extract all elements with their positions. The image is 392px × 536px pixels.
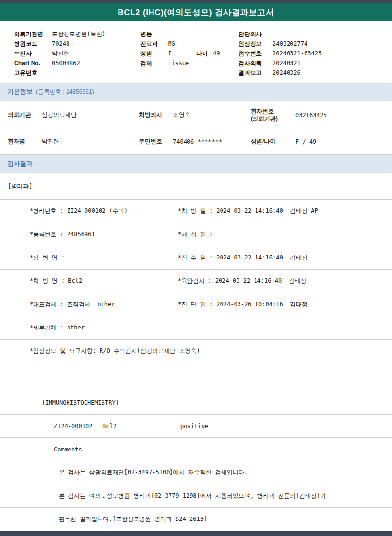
value-prescribing-doctor: 조영숙 [173,111,251,119]
label-referring-org: 의뢰기관 [8,111,42,119]
field-chart-no: Chart No. 05004862 [14,58,140,68]
comment-line: 본 검사는 여의도성모병원 병리과[02-3779-1298]에서 시행되었으며… [0,484,392,508]
detail-right: *채 취 일 : [178,230,213,239]
detail-row-diagnosis-name: *상 병 명 : - *접 수 일 : 2024-03-22 14:16:40 … [0,246,392,270]
detail-left: *대표검체 : 조직검체 other [30,300,178,309]
comment-text: 본 검사는 여의도성모병원 병리과[02-3779-1298]에서 시행되었으며… [59,492,326,500]
field-label: 담당의사 [239,29,273,39]
field-label: Chart No. [14,58,52,68]
field-referring-org-name: 의뢰기관명 포항성모병원(보험) [14,29,140,39]
field-label: 병원코드 [14,39,52,49]
top-strip [0,0,392,3]
field-value: 박진련 [52,49,69,58]
field-label: 병동 [140,29,168,39]
detail-row-registration-no: *등록번호 : 24856961 *채 취 일 : [0,223,392,246]
field-report-date: 결과보고 20240326 [239,68,388,78]
field-label-age: 나이 [196,49,208,58]
label-sex-age: 성별/나이 [251,138,295,145]
comments-header-row: Comments [0,438,392,461]
section-header-results: 검사결과 [0,155,392,173]
patient-header-right: 담당의사 임상정보 2403202774 접수번호 20240321-63425… [239,29,388,83]
detail-left: *상 병 명 : - [30,254,178,262]
detail-left: *병리번호 : ZI24-000102 (수탁) [30,207,178,215]
comments-label: Comments [54,446,82,453]
label-patient-no: 환자번호 (의뢰기관) [251,108,295,122]
value-patient-no: 032163425 [295,112,392,119]
section-title: 기본정보 [7,87,33,96]
comment-text: 본 검사는 삼광의료재단[02-3497-5100]에서 재수탁한 검체입니다. [59,468,248,477]
field-clinical-info: 임상정보 2403202774 [239,39,388,49]
field-value: 포항성모병원(보험) [52,29,105,39]
detail-row-clinical-request: *임상정보 및 요구사항: R/O 수탁검사(삼광의료재단-조영숙) [0,340,392,363]
field-department: 진료과 MG [140,39,239,49]
field-value: 70248 [52,39,69,49]
detail-right: *접 수 일 : 2024-03-22 14:16:40 김태정 [178,254,307,262]
field-patient: 수진자 박진련 [14,49,140,58]
detail-row-pathology-no: *병리번호 : ZI24-000102 (수탁) *처 방 일 : 2024-0… [0,200,392,223]
field-value: 2403202774 [273,39,307,49]
ihc-section-row: [IMMUNOHISTOCHEMISTRY] [0,391,392,415]
title-bar: BCL2 (IHC)(여의도성모) 검사결과보고서 [0,3,392,21]
spacer-row [0,363,392,391]
field-value: 20240321 [273,58,301,68]
department-row: [병리과] [0,173,392,200]
ihc-section-label: [IMMUNOHISTOCHEMISTRY] [42,399,119,406]
label-resident-no: 주민번호 [139,138,173,145]
section-subtitle: (등록번호 : 24856961) [36,88,94,96]
detail-row-sub-specimen: *세부검체 : other [0,316,392,340]
label-prescribing-doctor: 처방의사 [139,111,173,119]
field-request-date: 검사의뢰 20240321 [239,58,388,68]
field-sex-age: 성별 F 나이 49 [140,49,239,58]
detail-row-order-name: *처 방 명 : Bcl2 *육안검사 : 2024-03-22 14:16:4… [0,270,392,293]
field-label: 의뢰기관명 [14,29,52,39]
ihc-specimen-no: ZI24-000102 [54,423,102,430]
ihc-test-name: Bcl2 [102,423,180,430]
field-value-sex: F [168,49,196,58]
bottom-strip [0,531,392,536]
basic-info-row: 환자명 박진련 주민번호 740406-******* 성별/나이 F / 49 [0,129,392,155]
field-label: 검사의뢰 [239,58,273,68]
detail-right: *육안검사 : 2024-03-22 14:16:40 김태정 [178,277,307,285]
report-page: BCL2 (IHC)(여의도성모) 검사결과보고서 의뢰기관명 포항성모병원(보… [0,0,392,536]
field-specimen: 검체 Tissue [140,58,239,68]
field-doctor-in-charge: 담당의사 [239,29,388,39]
patient-header: 의뢰기관명 포항성모병원(보험) 병원코드 70248 수진자 박진련 Char… [0,21,392,83]
field-value: 20240326 [273,68,301,78]
department-label: [병리과] [8,182,32,190]
field-value-age: 49 [213,49,220,58]
value-sex-age: F / 49 [295,138,392,145]
comment-text: 판독한 결과입니다.[포항성모병원 병리과 S24-2613] [59,515,207,523]
report-title: BCL2 (IHC)(여의도성모) 검사결과보고서 [118,7,274,18]
field-value: - [52,68,55,78]
detail-left: *세부검체 : other [30,324,178,332]
ihc-result-value: positive [180,423,208,430]
field-value: 05004862 [52,58,80,68]
basic-info-row: 의뢰기관 삼광의료재단 처방의사 조영숙 환자번호 (의뢰기관) 0321634… [0,101,392,129]
field-value: 20240321-63425 [273,49,322,58]
detail-row-main-specimen: *대표검체 : 조직검체 other *진 단 일 : 2024-03-26 1… [0,293,392,316]
value-patient-name: 박진련 [42,138,139,146]
patient-header-left: 의뢰기관명 포항성모병원(보험) 병원코드 70248 수진자 박진련 Char… [14,29,140,83]
ihc-result-row: ZI24-000102 Bcl2 positive [0,415,392,438]
field-label: 수진자 [14,49,52,58]
field-unique-no: 고유번호 - [14,68,140,78]
field-label: 결과보고 [239,68,273,78]
field-label: 접수번호 [239,49,273,58]
field-receipt-no: 접수번호 20240321-63425 [239,49,388,58]
value-resident-no: 740406-******* [173,138,251,145]
patient-header-middle: 병동 진료과 MG 성별 F 나이 49 검체 Tissue [140,29,239,83]
detail-left: *등록번호 : 24856961 [30,230,178,239]
field-label: 고유번호 [14,68,52,78]
detail-right: *처 방 일 : 2024-03-22 14:16:40 김태정 AP [178,207,318,215]
section-header-basic-info: 기본정보 (등록번호 : 24856961) [0,83,392,101]
field-value: Tissue [168,58,189,68]
detail-right: *진 단 일 : 2024-03-26 10:04:16 김태정 [178,300,307,309]
comment-line: 판독한 결과입니다.[포항성모병원 병리과 S24-2613] [0,508,392,531]
field-label: 임상정보 [239,39,273,49]
detail-left: *임상정보 및 요구사항: R/O 수탁검사(삼광의료재단-조영숙) [30,347,200,355]
field-value: MG [168,39,175,49]
field-ward: 병동 [140,29,239,39]
section-title: 검사결과 [7,159,33,168]
value-referring-org: 삼광의료재단 [42,111,139,119]
label-patient-name: 환자명 [8,138,42,145]
